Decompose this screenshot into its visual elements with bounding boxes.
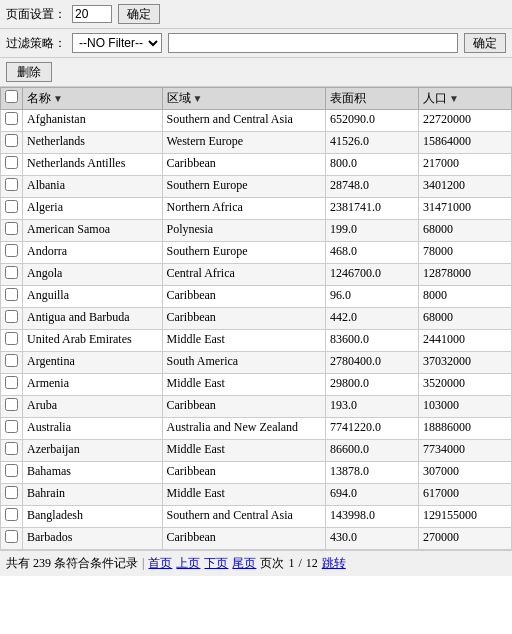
row-name: Antigua and Barbuda (23, 308, 163, 330)
row-checkbox[interactable] (5, 222, 18, 235)
region-header[interactable]: 区域 ▼ (162, 88, 325, 110)
row-checkbox[interactable] (5, 310, 18, 323)
row-name: United Arab Emirates (23, 330, 163, 352)
row-checkbox[interactable] (5, 486, 18, 499)
row-name: Bahrain (23, 484, 163, 506)
table-row: AustraliaAustralia and New Zealand774122… (1, 418, 512, 440)
row-area: 96.0 (325, 286, 418, 308)
row-checkbox[interactable] (5, 156, 18, 169)
row-checkbox-cell (1, 242, 23, 264)
row-region: South America (162, 352, 325, 374)
row-population: 3520000 (418, 374, 511, 396)
filter-select[interactable]: --NO Filter-- (72, 33, 162, 53)
row-region: Caribbean (162, 286, 325, 308)
row-name: American Samoa (23, 220, 163, 242)
filter-confirm-button[interactable]: 确定 (464, 33, 506, 53)
row-area: 694.0 (325, 484, 418, 506)
row-checkbox-cell (1, 462, 23, 484)
row-name: Bangladesh (23, 506, 163, 528)
next-page-link[interactable]: 下页 (204, 555, 228, 572)
row-area: 2381741.0 (325, 198, 418, 220)
row-checkbox[interactable] (5, 112, 18, 125)
row-checkbox[interactable] (5, 178, 18, 191)
row-checkbox[interactable] (5, 376, 18, 389)
select-all-checkbox[interactable] (5, 90, 18, 103)
row-checkbox[interactable] (5, 332, 18, 345)
row-area: 442.0 (325, 308, 418, 330)
row-checkbox[interactable] (5, 530, 18, 543)
last-page-link[interactable]: 尾页 (232, 555, 256, 572)
total-text: 共有 239 条符合条件记录 (6, 555, 138, 572)
area-header[interactable]: 表面积 (325, 88, 418, 110)
table-row: AlgeriaNorthern Africa2381741.031471000 (1, 198, 512, 220)
filter-label: 过滤策略： (6, 35, 66, 52)
filter-bar: 过滤策略： --NO Filter-- 确定 (0, 29, 512, 58)
table-row: ArmeniaMiddle East29800.03520000 (1, 374, 512, 396)
table-row: American SamoaPolynesia199.068000 (1, 220, 512, 242)
row-region: Australia and New Zealand (162, 418, 325, 440)
row-area: 652090.0 (325, 110, 418, 132)
row-area: 468.0 (325, 242, 418, 264)
row-checkbox[interactable] (5, 266, 18, 279)
row-name: Afghanistan (23, 110, 163, 132)
row-checkbox-cell (1, 154, 23, 176)
delete-button[interactable]: 删除 (6, 62, 52, 82)
page-size-label: 页面设置： (6, 6, 66, 23)
row-checkbox-cell (1, 286, 23, 308)
row-area: 86600.0 (325, 440, 418, 462)
population-sort-icon[interactable]: ▼ (449, 93, 459, 104)
row-checkbox-cell (1, 418, 23, 440)
row-checkbox[interactable] (5, 442, 18, 455)
filter-input[interactable] (168, 33, 458, 53)
row-checkbox-cell (1, 264, 23, 286)
row-population: 18886000 (418, 418, 511, 440)
row-area: 41526.0 (325, 132, 418, 154)
table-row: ArgentinaSouth America2780400.037032000 (1, 352, 512, 374)
row-area: 29800.0 (325, 374, 418, 396)
row-name: Netherlands Antilles (23, 154, 163, 176)
first-page-link[interactable]: 首页 (148, 555, 172, 572)
prev-page-link[interactable]: 上页 (176, 555, 200, 572)
row-checkbox[interactable] (5, 464, 18, 477)
row-checkbox[interactable] (5, 354, 18, 367)
row-population: 68000 (418, 220, 511, 242)
row-region: Middle East (162, 330, 325, 352)
row-area: 28748.0 (325, 176, 418, 198)
row-name: Australia (23, 418, 163, 440)
row-region: Caribbean (162, 154, 325, 176)
page-size-confirm-button[interactable]: 确定 (118, 4, 160, 24)
table-row: ArubaCaribbean193.0103000 (1, 396, 512, 418)
row-checkbox[interactable] (5, 398, 18, 411)
row-checkbox[interactable] (5, 420, 18, 433)
row-checkbox[interactable] (5, 200, 18, 213)
row-population: 78000 (418, 242, 511, 264)
row-checkbox[interactable] (5, 288, 18, 301)
row-checkbox-cell (1, 132, 23, 154)
footer-bar: 共有 239 条符合条件记录 | 首页 上页 下页 尾页 页次 1 / 12 跳… (0, 550, 512, 576)
row-population: 217000 (418, 154, 511, 176)
name-sort-icon[interactable]: ▼ (53, 93, 63, 104)
name-header[interactable]: 名称 ▼ (23, 88, 163, 110)
row-population: 307000 (418, 462, 511, 484)
top-bar: 页面设置： 确定 (0, 0, 512, 29)
table-body: AfghanistanSouthern and Central Asia6520… (1, 110, 512, 550)
row-checkbox[interactable] (5, 508, 18, 521)
row-region: Central Africa (162, 264, 325, 286)
population-header[interactable]: 人口 ▼ (418, 88, 511, 110)
row-region: Polynesia (162, 220, 325, 242)
row-region: Southern and Central Asia (162, 110, 325, 132)
region-sort-icon[interactable]: ▼ (193, 93, 203, 104)
table-row: BahamasCaribbean13878.0307000 (1, 462, 512, 484)
row-checkbox-cell (1, 506, 23, 528)
row-area: 2780400.0 (325, 352, 418, 374)
page-size-input[interactable] (72, 5, 112, 23)
row-name: Algeria (23, 198, 163, 220)
row-checkbox-cell (1, 440, 23, 462)
row-region: Middle East (162, 374, 325, 396)
row-checkbox[interactable] (5, 244, 18, 257)
row-population: 22720000 (418, 110, 511, 132)
jump-link[interactable]: 跳转 (322, 555, 346, 572)
table-row: AfghanistanSouthern and Central Asia6520… (1, 110, 512, 132)
data-table: 名称 ▼ 区域 ▼ 表面积 (0, 87, 512, 550)
row-checkbox[interactable] (5, 134, 18, 147)
